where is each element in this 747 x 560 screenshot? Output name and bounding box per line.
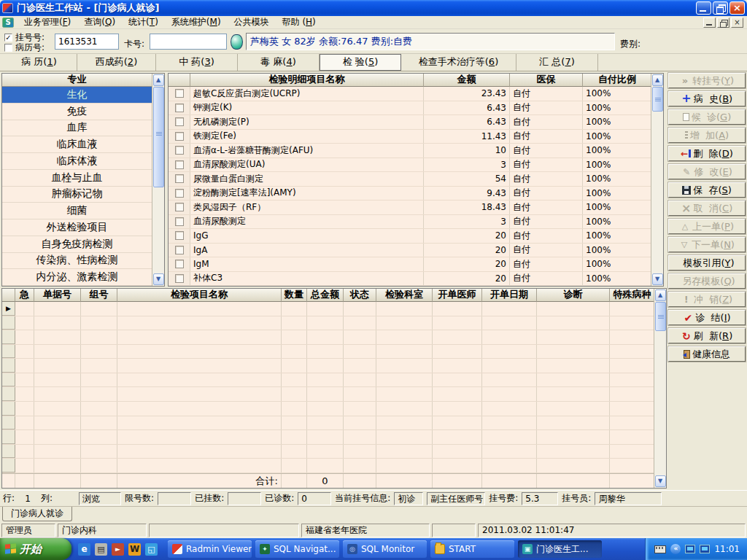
specialty-item[interactable]: 临床血液 [2,136,152,153]
column-header[interactable] [169,74,190,87]
row-checkbox-cell[interactable] [169,130,190,144]
lab-item-row[interactable]: 铁测定(Fe)11.43自付100% [169,130,651,144]
tab-5[interactable]: 检 验(5) [320,54,401,71]
checkbox-icon[interactable] [175,246,184,254]
health-info-button[interactable]: 健康信息 [668,346,746,362]
reverse-button[interactable]: 冲 销(Z) [668,292,746,307]
column-header[interactable]: 检验科室 [376,289,433,302]
column-header[interactable]: 组号 [81,289,117,302]
column-header[interactable]: 检验项目名称 [117,289,282,302]
order-row[interactable] [2,387,654,402]
row-checkbox-cell[interactable] [169,172,190,186]
column-header[interactable]: 开单日期 [482,289,537,302]
scroll-up-icon[interactable]: ▲ [655,289,666,301]
mouse-select-icon[interactable] [231,34,243,50]
row-selector-cell[interactable] [2,430,15,444]
row-checkbox-cell[interactable] [169,229,190,243]
column-header[interactable]: 诊断 [537,289,610,302]
tab-6[interactable]: 检查手术治疗等(6) [401,54,516,71]
checkbox-icon[interactable] [175,146,184,155]
row-selector-cell[interactable] [2,359,15,373]
lab-item-row[interactable]: 钾测定(K)6.43自付100% [169,101,651,116]
column-header[interactable]: 特殊病种 [610,289,654,302]
order-row[interactable] [2,445,654,459]
doc-tab-outpatient[interactable]: 门诊病人就诊 [2,507,72,521]
column-header[interactable]: 金额 [424,74,510,87]
lab-item-row[interactable]: 类风湿因子（RF）18.43自付100% [169,201,651,215]
specialty-item[interactable]: 细菌 [2,203,152,219]
order-row[interactable] [2,330,654,345]
specialty-item[interactable]: 自身免疫病检测 [2,236,152,253]
save-button[interactable]: 保 存(S) [668,182,746,198]
column-header[interactable]: 单据号 [34,289,81,302]
row-checkbox-cell[interactable] [169,201,190,214]
row-selector-cell[interactable] [2,387,15,401]
main-grid-scrollbar[interactable]: ▲ ▼ [651,74,663,286]
next-order-button[interactable]: 下一单(N) [668,237,746,252]
delete-button[interactable]: 删 除(D) [668,146,746,161]
winamp-icon[interactable] [128,543,141,556]
order-row[interactable] [2,373,654,388]
row-checkbox-cell[interactable] [169,215,190,229]
checkbox-icon[interactable] [175,217,184,226]
column-header[interactable]: 检验明细项目名称 [190,74,424,87]
tab-1[interactable]: 病 历(1) [1,54,77,71]
tab-2[interactable]: 西成药(2) [77,54,156,71]
scroll-thumb[interactable] [652,87,663,112]
scroll-down-icon[interactable]: ▼ [153,273,164,285]
lab-item-row[interactable]: 淀粉酶测定[速率法](AMY)9.43自付100% [169,187,651,201]
checkbox-icon[interactable] [175,174,184,183]
close-button[interactable]: × [729,1,745,15]
mdi-minimize-button[interactable] [703,18,716,28]
order-row[interactable] [2,316,654,331]
lab-item-row[interactable]: 血清尿酸测定3自付100% [169,215,651,230]
add-button[interactable]: 增 加(A) [668,128,746,143]
tab-4[interactable]: 毒 麻(4) [238,54,320,71]
row-selector-cell[interactable] [2,445,15,459]
restore-button[interactable] [713,1,728,15]
row-checkbox-cell[interactable] [169,115,190,129]
task-button[interactable]: SQL Navigat... [255,540,339,558]
history-button[interactable]: 病 史(B) [668,91,746,106]
row-checkbox-cell[interactable] [169,87,190,101]
row-selector-cell[interactable] [2,373,15,387]
column-header[interactable]: 开单医师 [433,289,482,302]
scroll-up-icon[interactable]: ▲ [652,74,663,86]
modify-button[interactable]: 修 改(E) [668,164,746,179]
scroll-thumb[interactable] [655,302,666,331]
specialty-item[interactable]: 内分泌、激素检测 [2,269,152,286]
specialty-item[interactable]: 临床体液 [2,153,152,170]
network-icon[interactable] [685,545,695,553]
media-player-icon[interactable] [112,543,124,556]
scroll-thumb[interactable] [153,87,164,187]
order-row[interactable] [2,402,654,416]
task-button[interactable]: 门诊医生工... [518,540,602,558]
record-no-checkbox[interactable] [4,44,12,52]
column-header[interactable] [2,289,15,302]
checkbox-icon[interactable] [175,132,184,141]
mdi-close-button[interactable]: × [731,18,743,28]
minimize-button[interactable] [696,1,711,15]
column-header[interactable]: 总金额 [307,289,344,302]
lab-item-row[interactable]: 补体C320自付100% [169,272,651,287]
specialty-item[interactable]: 外送检验项目 [2,219,152,236]
row-selector-cell[interactable] [2,416,15,430]
menu-item[interactable]: 系统维护(M) [165,15,228,30]
transfer-reg-button[interactable]: 转挂号(Y) [668,73,746,88]
row-checkbox-cell[interactable] [169,257,190,271]
column-header[interactable]: 急 [15,289,34,302]
lab-item-row[interactable]: 超敏C反应蛋白测定(UCRP)23.43自付100% [169,87,651,101]
order-row[interactable]: ▶ [2,302,654,316]
refresh-button[interactable]: 刷 新(R) [668,328,746,343]
lab-item-row[interactable]: IgM20自付100% [169,257,651,272]
column-header[interactable]: 自付比例 [583,74,651,87]
task-button[interactable]: SQL Monitor [343,540,427,558]
orders-scrollbar[interactable]: ▲ ▼ [654,289,666,488]
order-row[interactable] [2,459,654,473]
scroll-down-icon[interactable]: ▼ [655,475,666,487]
checkbox-icon[interactable] [175,89,184,98]
menu-item[interactable]: 查询(Q) [77,15,122,30]
checkbox-icon[interactable] [175,274,184,283]
ie-icon[interactable] [78,543,90,556]
specialty-item[interactable]: 肿瘤标记物 [2,187,152,203]
